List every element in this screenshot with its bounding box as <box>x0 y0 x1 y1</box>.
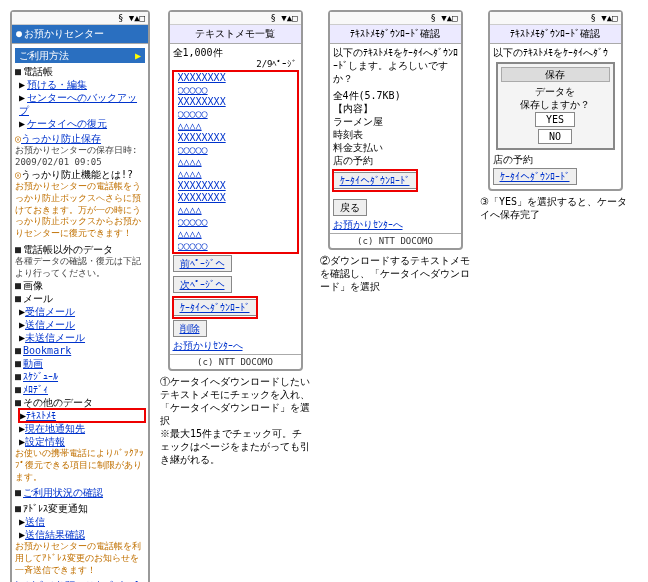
memo-link[interactable]: XXXXXXXX <box>178 132 297 144</box>
link-bookmark[interactable]: Bookmark <box>23 345 71 356</box>
screen-title: ﾃｷｽﾄﾒﾓﾀﾞｳﾝﾛｰﾄﾞ確認 <box>330 25 461 44</box>
link-schedule[interactable]: ｽｹｼﾞｭｰﾙ <box>23 371 58 382</box>
memo-item: 料金支払い <box>333 141 458 154</box>
memo-row: ○○○○○ <box>174 240 297 252</box>
memo-row: XXXXXXXX <box>174 192 297 204</box>
section-usage[interactable]: ご利用方法▶ <box>15 48 145 63</box>
download-button[interactable]: ｹｰﾀｲへﾀﾞｳﾝﾛｰﾄﾞ <box>173 299 257 316</box>
save-dialog: 保存 データを 保存しますか？ YES NO <box>496 62 615 150</box>
next-page-button[interactable]: 次ﾍﾟｰｼﾞへ <box>173 276 232 293</box>
memo-item: ラーメン屋 <box>333 115 458 128</box>
link-usage-status[interactable]: ご利用状況の確認 <box>23 487 103 498</box>
screen-2: § ▼▲□ テキストメモ一覧 全1,000件 2/9ﾍﾟｰｼﾞ XXXXXXXX… <box>168 10 303 371</box>
link-addr-result[interactable]: 送信結果確認 <box>25 529 85 540</box>
link-center[interactable]: お預かりｾﾝﾀｰへ <box>173 340 243 351</box>
other-data-heading: その他のデータ <box>15 396 145 409</box>
memo-row: XXXXXXXX <box>174 180 297 192</box>
link-restore[interactable]: ケータイへの復元 <box>27 118 107 129</box>
no-button[interactable]: NO <box>538 129 572 144</box>
link-melody[interactable]: ﾒﾛﾃﾞｨ <box>23 384 48 395</box>
memo-row: ○○○○○ <box>174 108 297 120</box>
checkbox-column: XXXXXXXX○○○○○XXXXXXXX○○○○○△△△△XXXXXXXX○○… <box>173 71 298 253</box>
memo-row: XXXXXXXX <box>174 72 297 84</box>
ukkari-date-label: お預かりセンターの保存日時: <box>15 145 145 157</box>
link-location[interactable]: 現在地通知先 <box>25 423 85 434</box>
link-text-memo[interactable]: ﾃｷｽﾄﾒﾓ <box>26 410 56 421</box>
link-unsent-mail[interactable]: 未送信メール <box>25 332 85 343</box>
ukkari-date: 2009/02/01 09:05 <box>15 157 145 169</box>
memo-link[interactable]: △△△△ <box>178 156 297 168</box>
memo-link[interactable]: △△△△ <box>178 120 297 132</box>
status-bar: § ▼▲□ <box>170 12 301 25</box>
memo-link[interactable]: ○○○○○ <box>178 108 297 120</box>
addr-heading: ｱﾄﾞﾚｽ変更通知 <box>15 502 145 515</box>
status-bar: § ▼▲□ <box>490 12 621 25</box>
memo-item: 時刻表 <box>333 128 458 141</box>
memo-item: 店の予約 <box>333 154 458 167</box>
link-settings[interactable]: 設定情報 <box>25 436 65 447</box>
memo-row: XXXXXXXX <box>174 132 297 144</box>
screen-title: テキストメモ一覧 <box>170 25 301 44</box>
prev-page-button[interactable]: 前ﾍﾟｰｼﾞへ <box>173 255 232 272</box>
memo-link[interactable]: △△△△ <box>178 228 297 240</box>
memo-link[interactable]: ○○○○○ <box>178 216 297 228</box>
memo-link[interactable]: ○○○○○ <box>178 240 297 252</box>
content-header: 【内容】 <box>333 102 458 115</box>
memo-link[interactable]: △△△△ <box>178 168 297 180</box>
addr-note: お預かりセンターの電話帳を利用してｱﾄﾞﾚｽ変更のお知らせを一斉送信できます！ <box>15 541 145 576</box>
download-button[interactable]: ｹｰﾀｲへﾀﾞｳﾝﾛｰﾄﾞ <box>333 172 417 189</box>
memo-row: △△△△ <box>174 228 297 240</box>
memo-row: △△△△ <box>174 156 297 168</box>
yes-button[interactable]: YES <box>535 112 575 127</box>
link-backup[interactable]: 預ける・編集 <box>27 79 87 90</box>
confirm-msg: 以下のﾃｷｽﾄﾒﾓをｹｰﾀｲへﾀﾞｳ <box>493 46 618 59</box>
note-limits: お使いの携帯電話によりﾊﾞｯｸｱｯﾌﾟ復元できる項目に制限があります。 <box>15 448 145 483</box>
download-button[interactable]: ｹｰﾀｲへﾀﾞｳﾝﾛｰﾄﾞ <box>493 168 577 185</box>
memo-item: 店の予約 <box>493 153 618 166</box>
memo-link[interactable]: ○○○○○ <box>178 144 297 156</box>
copyright: (c) NTT DOCOMO <box>170 354 301 369</box>
mail-heading: メール <box>15 292 145 305</box>
status-bar: § ▼▲□ <box>330 12 461 25</box>
link-sent-mail[interactable]: 送信メール <box>25 319 75 330</box>
link-center-backup[interactable]: センターへのバックアップ <box>19 92 137 116</box>
file-count: 全4件(5.7KB) <box>333 89 458 102</box>
caption-1: ①ケータイへダウンロードしたいテキストメモにチェックを入れ、「ケータイへダウンロ… <box>160 375 310 466</box>
link-recv-mail[interactable]: 受信メール <box>25 306 75 317</box>
copyright: (c) NTT DOCOMO <box>330 233 461 248</box>
memo-row: ○○○○○ <box>174 216 297 228</box>
screen-4: § ▼▲□ ﾃｷｽﾄﾒﾓﾀﾞｳﾝﾛｰﾄﾞ確認 以下のﾃｷｽﾄﾒﾓをｹｰﾀｲへﾀﾞ… <box>488 10 623 191</box>
dialog-message: データを 保存しますか？ <box>501 85 610 111</box>
memo-row: ○○○○○ <box>174 84 297 96</box>
delete-button[interactable]: 削除 <box>173 320 207 337</box>
others-heading: 電話帳以外のデータ <box>15 243 145 256</box>
caption-2: ②ダウンロードするテキストメモを確認し、「ケータイへダウンロード」を選択 <box>320 254 470 293</box>
screen-title: ﾃｷｽﾄﾒﾓﾀﾞｳﾝﾛｰﾄﾞ確認 <box>490 25 621 44</box>
others-desc: 各種データの確認・復元は下記より行ってください。 <box>15 256 145 279</box>
link-movie[interactable]: 動画 <box>23 358 43 369</box>
status-bar: § ▼▲□ <box>12 12 148 25</box>
memo-row: △△△△ <box>174 120 297 132</box>
denwa-heading: 電話帳 <box>15 65 145 78</box>
memo-row: XXXXXXXX <box>174 96 297 108</box>
screen-3: § ▼▲□ ﾃｷｽﾄﾒﾓﾀﾞｳﾝﾛｰﾄﾞ確認 以下のﾃｷｽﾄﾒﾓをｹｰﾀｲへﾀﾞ… <box>328 10 463 250</box>
ukkari-q: うっかり防止機能とは!? <box>21 169 133 180</box>
memo-link[interactable]: XXXXXXXX <box>178 180 297 192</box>
dialog-title: 保存 <box>501 67 610 82</box>
ukkari-link[interactable]: うっかり防止保存 <box>21 133 101 144</box>
memo-link[interactable]: XXXXXXXX <box>178 96 297 108</box>
gazou-heading: 画像 <box>15 279 145 292</box>
back-button[interactable]: 戻る <box>333 199 367 216</box>
memo-row: △△△△ <box>174 168 297 180</box>
memo-row: ○○○○○ <box>174 144 297 156</box>
ukkari-desc: お預かりセンターの電話帳をうっかり防止ボックスへさらに預けておきます。万が一の時… <box>15 181 145 239</box>
link-addr-send[interactable]: 送信 <box>25 516 45 527</box>
memo-link[interactable]: XXXXXXXX <box>178 72 297 84</box>
memo-link[interactable]: ○○○○○ <box>178 84 297 96</box>
memo-link[interactable]: △△△△ <box>178 204 297 216</box>
memo-link[interactable]: XXXXXXXX <box>178 192 297 204</box>
link-center[interactable]: お預かりｾﾝﾀｰへ <box>333 219 403 230</box>
memo-row: △△△△ <box>174 204 297 216</box>
screen-1: § ▼▲□ お預かりセンター ご利用方法▶ 電話帳 ▶預ける・編集 ▶センターへ… <box>10 10 150 582</box>
page-indicator: 2/9ﾍﾟｰｼﾞ <box>173 59 298 71</box>
